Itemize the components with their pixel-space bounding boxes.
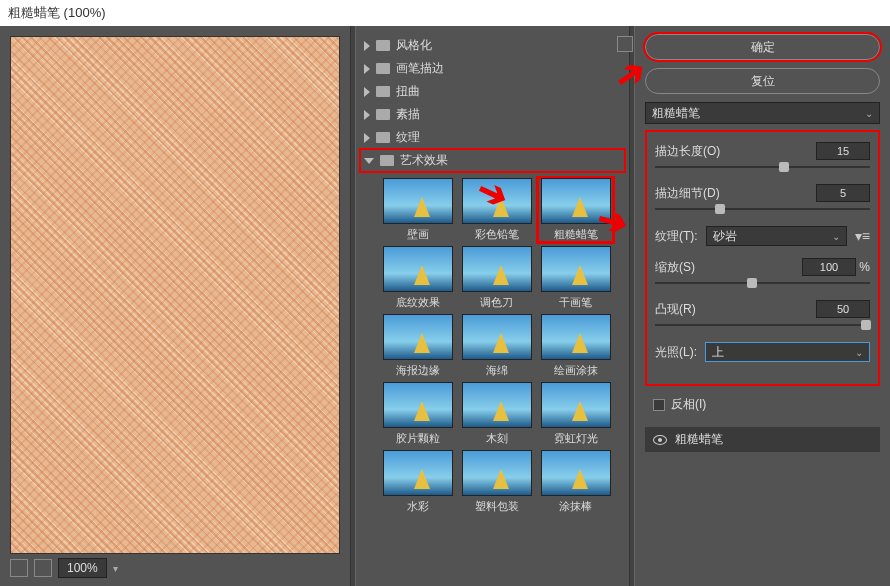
filter-thumb[interactable]: 干画笔: [538, 246, 613, 310]
preview-panel: 100% ▾: [0, 26, 350, 586]
thumb-image: [541, 178, 611, 224]
eye-icon[interactable]: [653, 435, 667, 445]
filter-gallery: 风格化画笔描边扭曲素描纹理艺术效果壁画彩色铅笔粗糙蜡笔底纹效果调色刀干画笔海报边…: [356, 26, 629, 586]
texture-menu-icon[interactable]: ▾≡: [855, 228, 870, 244]
invert-label: 反相(I): [671, 396, 706, 413]
scale-unit: %: [859, 260, 870, 274]
stroke-length-slider[interactable]: [655, 162, 870, 172]
category-label: 素描: [396, 106, 420, 123]
zoom-out-button[interactable]: [10, 559, 28, 577]
thumb-image: [462, 382, 532, 428]
filter-thumb[interactable]: 涂抹棒: [538, 450, 613, 514]
effect-layer-row[interactable]: 粗糙蜡笔: [645, 427, 880, 452]
category-item[interactable]: 扭曲: [360, 80, 625, 103]
thumb-label: 干画笔: [559, 295, 592, 310]
thumb-label: 涂抹棒: [559, 499, 592, 514]
category-label: 扭曲: [396, 83, 420, 100]
filter-thumb[interactable]: 绘画涂抹: [538, 314, 613, 378]
parameters-box: 描边长度(O) 描边细节(D) 纹理(T): 砂岩 ⌄ ▾≡ 缩放(S) %: [645, 130, 880, 386]
filter-thumb[interactable]: 胶片颗粒: [380, 382, 455, 446]
triangle-icon: [364, 110, 370, 120]
thumb-image: [541, 450, 611, 496]
stroke-length-label: 描边长度(O): [655, 143, 720, 160]
filter-thumb[interactable]: 底纹效果: [380, 246, 455, 310]
thumb-label: 粗糙蜡笔: [554, 227, 598, 242]
category-item[interactable]: 画笔描边: [360, 57, 625, 80]
folder-icon: [376, 86, 390, 97]
filter-thumb[interactable]: 海报边缘: [380, 314, 455, 378]
thumb-image: [462, 450, 532, 496]
relief-input[interactable]: [816, 300, 870, 318]
light-label: 光照(L):: [655, 344, 697, 361]
reset-button[interactable]: 复位: [645, 68, 880, 94]
relief-slider[interactable]: [655, 320, 870, 330]
chevron-down-icon: ⌄: [832, 231, 840, 242]
layer-name: 粗糙蜡笔: [675, 431, 723, 448]
thumb-label: 调色刀: [480, 295, 513, 310]
thumb-image: [541, 314, 611, 360]
filter-thumb[interactable]: 塑料包装: [459, 450, 534, 514]
texture-value: 砂岩: [713, 228, 737, 245]
filter-thumb[interactable]: 木刻: [459, 382, 534, 446]
filter-thumb[interactable]: 壁画: [380, 178, 455, 242]
zoom-in-button[interactable]: [34, 559, 52, 577]
stroke-length-input[interactable]: [816, 142, 870, 160]
category-label: 画笔描边: [396, 60, 444, 77]
category-item[interactable]: 风格化: [360, 34, 625, 57]
thumb-label: 壁画: [407, 227, 429, 242]
invert-checkbox[interactable]: [653, 399, 665, 411]
title-bar: 粗糙蜡笔 (100%): [0, 0, 890, 26]
thumb-label: 水彩: [407, 499, 429, 514]
zoom-value[interactable]: 100%: [58, 558, 107, 578]
stroke-detail-input[interactable]: [816, 184, 870, 202]
folder-icon: [380, 155, 394, 166]
category-item[interactable]: 纹理: [360, 126, 625, 149]
filter-thumb[interactable]: 水彩: [380, 450, 455, 514]
preview-canvas[interactable]: [10, 36, 340, 554]
thumb-image: [383, 246, 453, 292]
slider-thumb[interactable]: [861, 320, 871, 330]
category-item[interactable]: 素描: [360, 103, 625, 126]
filter-thumb[interactable]: 彩色铅笔: [459, 178, 534, 242]
category-item[interactable]: 艺术效果: [360, 149, 625, 172]
thumb-image: [383, 314, 453, 360]
thumb-label: 海报边缘: [396, 363, 440, 378]
stroke-detail-slider[interactable]: [655, 204, 870, 214]
preset-select[interactable]: 粗糙蜡笔 ⌄: [645, 102, 880, 124]
filter-thumb[interactable]: 调色刀: [459, 246, 534, 310]
folder-icon: [376, 109, 390, 120]
thumb-label: 胶片颗粒: [396, 431, 440, 446]
slider-thumb[interactable]: [747, 278, 757, 288]
collapse-button[interactable]: [617, 36, 633, 52]
window-title: 粗糙蜡笔 (100%): [8, 5, 106, 20]
category-label: 纹理: [396, 129, 420, 146]
settings-panel: 确定 复位 粗糙蜡笔 ⌄ 描边长度(O) 描边细节(D) 纹理(T): 砂岩 ⌄: [635, 26, 890, 586]
thumb-image: [383, 382, 453, 428]
filter-thumb[interactable]: 霓虹灯光: [538, 382, 613, 446]
light-select[interactable]: 上 ⌄: [705, 342, 870, 362]
thumb-label: 海绵: [486, 363, 508, 378]
scale-input[interactable]: [802, 258, 856, 276]
filter-thumb[interactable]: 海绵: [459, 314, 534, 378]
category-label: 风格化: [396, 37, 432, 54]
zoom-chevron-icon[interactable]: ▾: [113, 563, 118, 574]
filter-thumb[interactable]: 粗糙蜡笔: [538, 178, 613, 242]
thumb-image: [462, 178, 532, 224]
texture-select[interactable]: 砂岩 ⌄: [706, 226, 847, 246]
scale-label: 缩放(S): [655, 259, 695, 276]
thumb-image: [541, 382, 611, 428]
ok-button[interactable]: 确定: [645, 34, 880, 60]
thumb-image: [462, 246, 532, 292]
triangle-icon: [364, 133, 370, 143]
thumb-label: 塑料包装: [475, 499, 519, 514]
slider-thumb[interactable]: [715, 204, 725, 214]
thumb-label: 彩色铅笔: [475, 227, 519, 242]
triangle-icon: [364, 158, 374, 164]
thumb-label: 木刻: [486, 431, 508, 446]
slider-thumb[interactable]: [779, 162, 789, 172]
chevron-down-icon: ⌄: [865, 108, 873, 119]
triangle-icon: [364, 41, 370, 51]
folder-icon: [376, 40, 390, 51]
thumb-image: [383, 450, 453, 496]
scale-slider[interactable]: [655, 278, 870, 288]
